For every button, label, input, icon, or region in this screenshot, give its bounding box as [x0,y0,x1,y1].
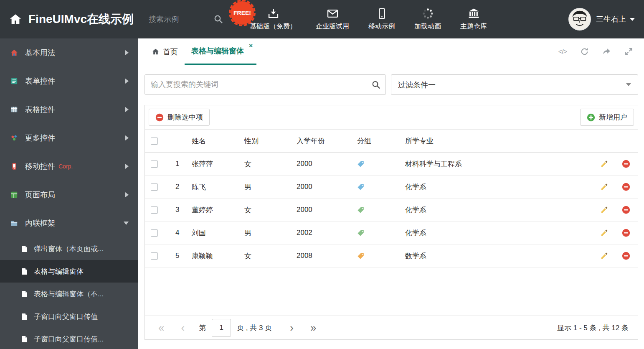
header-nav: FREE! 基础版（免费） 企业版试用 移动示例 加载动画 主题仓库 [250,8,487,31]
sidebar-item-form-controls[interactable]: 表单控件 [0,67,138,95]
tab-grid-edit-window[interactable]: 表格与编辑窗体 × [185,38,256,65]
user-menu[interactable]: 三生石上 [568,8,635,31]
filter-dropdown-value: 过滤条件一 [398,80,436,90]
nav-basic-free[interactable]: FREE! 基础版（免费） [250,8,297,31]
close-icon[interactable]: × [249,42,253,48]
delete-icon[interactable] [622,206,630,214]
frame-icon [10,219,18,227]
prev-page-button[interactable]: ‹ [177,322,189,333]
nav-label: 移动示例 [368,22,395,31]
row-checkbox[interactable] [151,229,158,237]
sidebar-item-label: 移动控件 [25,161,55,171]
first-page-button[interactable]: « [154,322,168,333]
major-link[interactable]: 数学系 [405,252,426,260]
sidebar-subitem-grid-edit-window-2[interactable]: 表格与编辑窗体（不... [0,283,138,305]
delete-icon[interactable] [622,183,630,191]
envelope-icon [327,8,338,19]
sidebar-item-table-controls[interactable]: 表格控件 [0,95,138,124]
layout-icon [10,191,18,199]
cell-year: 2000 [295,206,355,214]
cell-name: 刘国 [190,228,243,238]
sidebar-item-basic-usage[interactable]: 基本用法 [0,38,138,67]
page-number-input[interactable] [212,319,231,337]
sidebar-subitem-grid-edit-window[interactable]: 表格与编辑窗体 [0,260,138,283]
sidebar-item-iframe[interactable]: 内联框架 [0,209,138,237]
top-header: FineUIMvc在线示例 FREE! 基础版（免费） 企业版试用 移动示例 加… [0,0,644,38]
row-checkbox[interactable] [151,206,158,214]
sidebar-subitem-popup-window[interactable]: 弹出窗体（本页面或... [0,237,138,260]
tab-home[interactable]: 首页 [145,38,185,65]
sidebar-item-more-controls[interactable]: 更多控件 [0,124,138,152]
cell-gender: 女 [243,159,295,169]
table-row: 4 刘国 男 2002 化学系 [145,222,638,245]
edit-icon[interactable] [600,183,609,191]
sidebar-subitem-child-to-parent-2[interactable]: 子窗口向父窗口传值... [0,328,138,349]
sidebar-subitem-label: 表格与编辑窗体 [34,267,84,276]
edit-icon[interactable] [600,160,609,168]
last-page-button[interactable]: » [306,322,320,333]
major-link[interactable]: 材料科学与工程系 [405,160,462,168]
delete-icon[interactable] [622,160,630,168]
add-user-button[interactable]: 新增用户 [580,109,634,126]
nav-label: 主题仓库 [460,22,487,31]
next-page-button[interactable]: › [286,322,298,333]
chevron-right-icon [125,135,129,140]
table-row: 1 张萍萍 女 2000 材料科学与工程系 [145,153,638,176]
sidebar-subitem-label: 表格与编辑窗体（不... [34,289,104,299]
app-home-icon[interactable] [9,13,22,25]
edit-icon[interactable] [600,229,609,237]
sidebar-subitem-child-to-parent[interactable]: 子窗口向父窗口传值 [0,305,138,328]
keyword-search-input[interactable] [145,75,385,94]
filter-dropdown[interactable]: 过滤条件一 [391,74,638,95]
spinner-icon [422,8,434,19]
cell-year: 2000 [295,160,355,168]
grid-panel: 删除选中项 新增用户 姓名 性别 入学年份 分组 所学专业 1 张萍萍 女 20… [145,105,638,340]
sidebar-item-label: 表单控件 [25,76,55,86]
page-prefix: 第 [199,323,206,333]
table-row: 3 董婷婷 女 2000 化学系 [145,199,638,222]
sidebar-item-page-layout[interactable]: 页面布局 [0,181,138,209]
minus-circle-icon [155,113,164,122]
edit-icon[interactable] [600,206,609,214]
nav-loading-animation[interactable]: 加载动画 [414,8,441,31]
row-checkbox[interactable] [151,252,158,260]
header-search-icon[interactable] [214,15,223,24]
avatar[interactable] [568,8,591,31]
form-icon [10,77,18,85]
delete-icon[interactable] [622,229,630,237]
record-summary: 显示 1 - 5 条 , 共 12 条 [557,323,629,333]
row-checkbox[interactable] [151,160,158,168]
share-icon[interactable] [602,47,611,56]
row-checkbox[interactable] [151,183,158,191]
cell-gender: 女 [243,251,295,261]
chevron-down-icon [626,83,631,86]
delete-selected-button[interactable]: 删除选中项 [149,109,210,126]
nav-label: 加载动画 [414,22,441,31]
tab-label: 表格与编辑窗体 [191,46,244,56]
cell-year: 2002 [295,229,355,237]
sidebar-item-label: 更多控件 [25,133,55,143]
major-link[interactable]: 化学系 [405,206,426,214]
refresh-icon[interactable] [580,47,589,56]
code-icon[interactable]: </> [558,48,567,56]
expand-icon[interactable] [624,47,633,56]
table-header-row: 姓名 性别 入学年份 分组 所学专业 [145,129,638,153]
sidebar-item-mobile-controls[interactable]: 移动控件 Corp. [0,152,138,181]
nav-label: 企业版试用 [316,22,349,31]
header-search-input[interactable] [149,15,211,24]
delete-icon[interactable] [622,252,630,260]
search-icon[interactable] [372,80,380,89]
edit-icon[interactable] [600,252,609,260]
major-link[interactable]: 化学系 [405,183,426,191]
nav-enterprise-trial[interactable]: 企业版试用 [316,8,349,31]
row-number: 3 [168,206,190,214]
chevron-right-icon [125,192,129,197]
nav-theme-repo[interactable]: 主题仓库 [460,8,487,31]
file-icon [21,290,28,298]
major-link[interactable]: 化学系 [405,229,426,237]
main-content: 首页 表格与编辑窗体 × </> 过滤条件一 删除选中项 [138,38,644,349]
nav-mobile-demo[interactable]: 移动示例 [368,8,395,31]
select-all-checkbox[interactable] [151,138,158,145]
cell-name: 陈飞 [190,182,243,192]
page-suffix: 页 , 共 3 页 [237,323,272,333]
